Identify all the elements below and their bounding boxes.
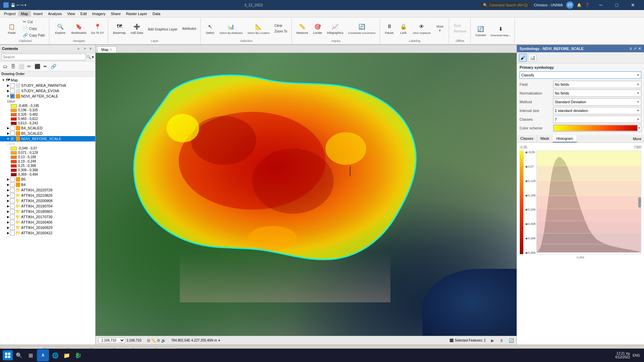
zoom-to-button[interactable]: Zoom To <box>272 29 289 34</box>
search-taskbar-btn[interactable]: 🔍 <box>14 350 24 360</box>
attikh-20220728-expand[interactable]: ▶ <box>6 188 10 192</box>
edit-icon[interactable]: ✏ <box>25 63 33 70</box>
color-scheme-dropdown[interactable]: ▼ <box>553 124 641 132</box>
tree-item-map[interactable]: ▼ 🗺 Map <box>0 77 95 83</box>
panel-float-btn[interactable]: ↗ <box>82 46 87 51</box>
map-expand-icon[interactable]: ▼ <box>1 78 5 82</box>
tree-item-attikh-20210826[interactable]: ▶ 📁 ATTIKH_20210826 <box>0 193 95 198</box>
menu-project[interactable]: Project <box>1 11 18 16</box>
b4-scaled-checkbox[interactable] <box>10 126 15 130</box>
attikh-20200908-expand[interactable]: ▶ <box>6 199 10 202</box>
tree-item-attikh-20190704[interactable]: ▶ 📁 ATTIKH_20190704 <box>0 203 95 209</box>
view-unplaced-button[interactable]: 👁 View Unplaced <box>411 22 433 36</box>
menu-analysis[interactable]: Analysis <box>45 11 64 16</box>
search-dropdown-icon[interactable]: ▾ <box>92 55 94 59</box>
attikh-20190704-expand[interactable]: ▶ <box>6 204 10 208</box>
panel-menu-btn[interactable]: ≡ <box>76 46 81 51</box>
maximize-button[interactable]: □ <box>609 0 625 10</box>
tree-item-attikh-20200908[interactable]: ▶ 📁 ATTIKH_20200908 <box>0 198 95 203</box>
attikh-20170730-checkbox[interactable] <box>10 215 15 219</box>
ruler-icon[interactable]: 📏 <box>151 338 156 343</box>
tree-item-ndvi-before[interactable]: ▼ ✓ 🟧 NDVI_BEFORE_SCALE <box>0 136 95 141</box>
locate-button[interactable]: 🎯 Locate <box>311 21 324 36</box>
attikh-20190704-checkbox[interactable] <box>10 204 15 208</box>
b5-scaled-checkbox[interactable] <box>10 131 15 136</box>
task-view-btn[interactable]: ⊞ <box>25 350 36 360</box>
draw-icon[interactable]: ✒ <box>42 63 49 70</box>
add-graphics-layer-button[interactable]: Add Graphics Layer <box>146 27 179 32</box>
menu-data[interactable]: Data <box>150 11 163 16</box>
panel-controls[interactable]: ≡ ↗ ✕ <box>76 46 93 51</box>
field-dropdown[interactable]: No fields ▼ <box>553 81 641 88</box>
remove-button[interactable]: Remove <box>452 29 468 34</box>
sym-close-icon[interactable]: ✕ <box>638 46 641 51</box>
attikh-20160406-expand[interactable]: ▶ <box>6 221 10 224</box>
map-tab-close[interactable]: ✕ <box>110 48 112 51</box>
taskbar-clock[interactable]: 12:21 πμ 4/12/2022 <box>615 352 630 359</box>
more-button[interactable]: More▾ <box>433 24 447 33</box>
menu-insert[interactable]: Insert <box>31 11 46 16</box>
menu-imagery[interactable]: Imagery <box>90 11 108 16</box>
sym-paint-btn[interactable]: 🖌 <box>519 54 527 62</box>
tree-item-attikh-20160422[interactable]: ▶ 📁 ATTIKH_20160422 <box>0 230 95 236</box>
classify-dropdown[interactable]: Classify ▼ <box>520 71 641 79</box>
tree-item-b4-scaled[interactable]: ▶ 🟧 B4_SCALED <box>0 125 95 131</box>
b4-scaled-expand-icon[interactable]: ▶ <box>6 126 10 130</box>
b4-checkbox[interactable] <box>10 182 15 187</box>
tree-item-evoia[interactable]: ▶ ⬜ STUDY_AREA_EVOIA <box>0 88 95 94</box>
tree-item-b5[interactable]: ▶ 🟧 B5 <box>0 177 95 182</box>
interval-size-dropdown[interactable]: 1 standard deviation ▼ <box>553 107 641 114</box>
evoia-checkbox[interactable] <box>10 88 15 93</box>
play-icon[interactable]: ▶ <box>491 338 494 343</box>
edge-taskbar-btn[interactable]: 🌐 <box>50 350 60 360</box>
attikh-20210826-checkbox[interactable] <box>10 193 15 198</box>
help-icon[interactable]: ❓ <box>585 3 590 7</box>
tree-item-b5-scaled[interactable]: ▶ 🟧 B5_SCALED <box>0 131 95 136</box>
download-map-button[interactable]: ⬇ Download Map ↓ <box>489 24 513 38</box>
attikh-20180903-expand[interactable]: ▶ <box>6 210 10 213</box>
pause-status-icon[interactable]: ⏸ <box>499 338 503 343</box>
b5-scaled-expand-icon[interactable]: ▶ <box>6 132 10 135</box>
app4-taskbar-btn[interactable]: 🐉 <box>73 350 83 360</box>
copy-path-button[interactable]: 🔗 Copy Path <box>21 32 47 38</box>
normalization-dropdown[interactable]: No fields ▼ <box>553 89 641 97</box>
command-search[interactable]: 🔍 Command Search (Alt+Q) <box>480 2 530 8</box>
sync-button[interactable]: Sync <box>452 23 468 28</box>
ndvi-after-expand-icon[interactable]: ▼ <box>6 95 10 98</box>
select-by-location-button[interactable]: 📐 Select By Location <box>246 22 272 36</box>
group-icon[interactable]: 🗂 <box>1 63 9 70</box>
attributes-button[interactable]: Attributes <box>180 26 198 31</box>
panel-close-btn[interactable]: ✕ <box>88 46 93 51</box>
tree-item-b4[interactable]: ▶ 🟧 B4 <box>0 182 95 187</box>
minimize-button[interactable]: ─ <box>593 0 608 10</box>
window-buttons[interactable]: ─ □ ✕ <box>593 0 641 10</box>
go-to-xy-button[interactable]: 📍 Go To XY <box>89 21 106 36</box>
menu-map[interactable]: Map <box>18 11 31 16</box>
histogram-resize-handle[interactable] <box>638 197 641 207</box>
attikh-20170730-expand[interactable]: ▶ <box>6 215 10 219</box>
cut-button[interactable]: ✂ Cut <box>21 19 47 25</box>
lock-button[interactable]: 🔒 Lock <box>397 21 410 36</box>
sym-tab-histogram[interactable]: Histogram <box>553 135 577 142</box>
tree-item-attikh-20170730[interactable]: ▶ 📁 ATTIKH_20170730 <box>0 214 95 220</box>
attikh-20220728-checkbox[interactable] <box>10 188 15 192</box>
clear-button[interactable]: Clear <box>272 23 289 28</box>
pause-button[interactable]: ⏸ Pause <box>383 21 396 36</box>
attikh-20160422-expand[interactable]: ▶ <box>6 231 10 235</box>
tree-item-attikh-20160929[interactable]: ▶ 📁 ATTIKH_20160929 <box>0 225 95 230</box>
menu-raster-layer[interactable]: Raster Layer <box>123 11 150 16</box>
classes-dropdown[interactable]: 7 ▼ <box>553 116 641 123</box>
ndvi-after-checkbox[interactable]: ✓ <box>10 94 15 99</box>
menu-edit[interactable]: Edit <box>78 11 90 16</box>
taskbar-language[interactable]: ENG <box>631 354 641 357</box>
database-icon[interactable]: 🗄 <box>9 63 17 70</box>
sym-menu-icon[interactable]: ≡ <box>630 46 632 51</box>
select-icon[interactable]: ⬛ <box>34 63 41 70</box>
sym-float-icon[interactable]: ↗ <box>633 46 637 51</box>
search-icon[interactable]: 🔍 <box>87 55 91 59</box>
contents-search-input[interactable] <box>1 54 86 60</box>
tree-item-ndvi-after[interactable]: ▼ ✓ 🟧 NDVI_AFTER_SCALE <box>0 94 95 99</box>
basemap-button[interactable]: 🗺 Basemap <box>111 21 128 36</box>
measure-button[interactable]: 📏 Measure <box>294 21 310 36</box>
method-dropdown[interactable]: Standard Deviation ▼ <box>553 98 641 106</box>
